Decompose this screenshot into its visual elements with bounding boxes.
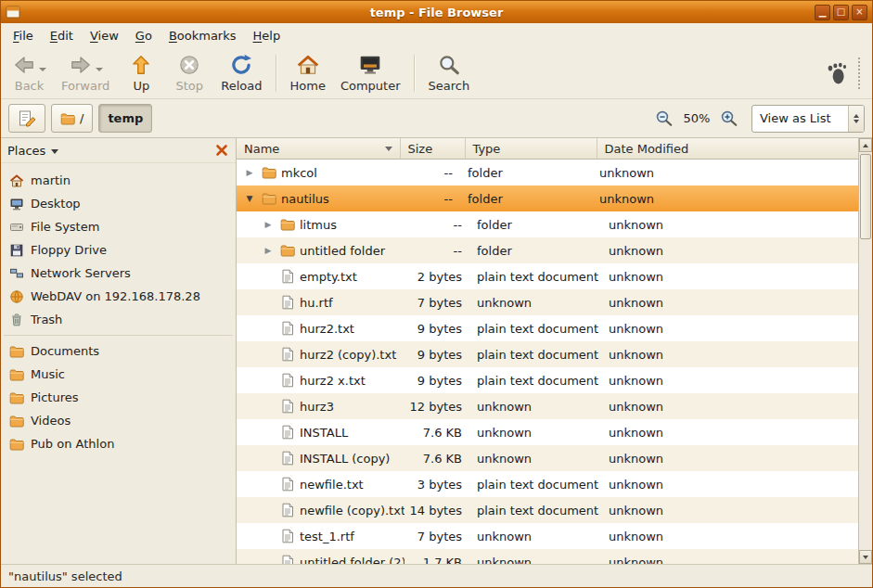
expander-closed-icon[interactable]: ▶ (242, 169, 257, 177)
file-type: folder (469, 244, 601, 258)
scrollbar-track[interactable] (859, 152, 872, 550)
menu-edit[interactable]: Edit (42, 25, 82, 46)
sidebar-close-button[interactable] (214, 143, 229, 158)
file-row-untitled-folder[interactable]: ▶untitled folder--folderunknown (237, 237, 858, 263)
menu-go[interactable]: Go (127, 25, 160, 46)
file-row-hurz2-x-txt[interactable]: hurz2 x.txt9 bytesplain text documentunk… (237, 367, 858, 393)
sidebar-item-label: martin (31, 173, 71, 187)
expander-closed-icon[interactable]: ▶ (261, 221, 276, 229)
toolbar-grip[interactable] (858, 58, 863, 89)
file-row-untitled-folder-2[interactable]: untitled folder (2)1.7 KBunknownunknown (237, 549, 858, 564)
file-type: plain text document (469, 478, 601, 492)
sidebar-item-trash[interactable]: Trash (1, 308, 236, 331)
folder-icon (280, 243, 295, 258)
file-row-nautilus[interactable]: ▼nautilus--folderunknown (237, 185, 858, 211)
zoom-in-button[interactable] (720, 109, 738, 128)
sidebar-item-label: Music (31, 367, 65, 381)
scroll-down-button[interactable] (859, 550, 872, 564)
forward-icon (69, 53, 93, 77)
sidebar-item-network-servers[interactable]: Network Servers (1, 262, 236, 285)
sidebar-item-label: Videos (31, 414, 71, 428)
expander-closed-icon[interactable]: ▶ (261, 247, 276, 255)
folder-icon (9, 437, 24, 452)
zoom-controls: 50% (655, 109, 738, 128)
sidebar-item-file-system[interactable]: File System (1, 215, 236, 238)
menu-help[interactable]: Help (245, 25, 289, 46)
up-button[interactable]: Up (117, 50, 165, 96)
scroll-up-button[interactable] (859, 138, 872, 152)
computer-button[interactable]: Computer (333, 50, 408, 96)
sidebar-item-desktop[interactable]: Desktop (1, 192, 236, 215)
path-button-root[interactable]: / (51, 104, 93, 133)
sidebar-item-documents[interactable]: Documents (1, 339, 236, 363)
sidebar-view-selector[interactable]: Places (7, 144, 58, 158)
menu-view[interactable]: View (82, 25, 127, 46)
location-bar: / temp 50% View as List (1, 99, 872, 138)
view-mode-combo[interactable]: View as List (751, 105, 865, 133)
file-row-hurz3[interactable]: hurz312 bytesunknownunknown (237, 393, 858, 419)
column-header-name[interactable]: Name (237, 138, 401, 160)
column-header-type[interactable]: Type (466, 138, 597, 160)
file-size: 12 bytes (404, 400, 469, 414)
close-button[interactable]: × (852, 5, 867, 20)
file-type: unknown (469, 426, 601, 440)
file-row-litmus[interactable]: ▶litmus--folderunknown (237, 211, 858, 237)
file-row-hurz2-copy-txt[interactable]: hurz2 (copy).txt9 bytesplain text docume… (237, 341, 858, 367)
sidebar-item-floppy-drive[interactable]: Floppy Drive (1, 238, 236, 262)
file-row-empty-txt[interactable]: empty.txt2 bytesplain text documentunkno… (237, 263, 858, 289)
folder-icon (60, 111, 75, 126)
file-type: plain text document (469, 374, 601, 388)
file-row-hu-rtf[interactable]: hu.rtf7 bytesunknownunknown (237, 289, 858, 315)
search-button[interactable]: Search (421, 50, 478, 96)
forward-button[interactable]: Forward (54, 50, 117, 96)
file-row-test-1-rtf[interactable]: test_1.rtf7 bytesunknownunknown (237, 523, 858, 549)
minimize-button[interactable]: ▁ (815, 5, 830, 20)
stop-button[interactable]: Stop (165, 50, 213, 96)
sidebar-item-pub-on-athlon[interactable]: Pub on Athlon (1, 432, 236, 455)
path-button-current[interactable]: temp (98, 104, 152, 133)
toggle-location-entry-button[interactable] (8, 104, 45, 133)
menu-bookmarks[interactable]: Bookmarks (160, 25, 245, 46)
sidebar-item-martin[interactable]: martin (1, 169, 236, 192)
file-name: hurz2 (copy).txt (300, 348, 396, 362)
file-row-newfile-txt[interactable]: newfile.txt3 bytesplain text documentunk… (237, 471, 858, 497)
text-icon (280, 399, 295, 414)
computer-icon (358, 53, 382, 77)
file-row-hurz2-txt[interactable]: hurz2.txt9 bytesplain text documentunkno… (237, 315, 858, 341)
stop-icon (177, 53, 201, 77)
file-row-install-copy[interactable]: INSTALL (copy)7.6 KBunknownunknown (237, 445, 858, 471)
file-row-newfile-copy-txt[interactable]: newfile (copy).txt14 bytesplain text doc… (237, 497, 858, 523)
column-header-size[interactable]: Size (401, 138, 466, 160)
name-column-dropdown-icon[interactable] (385, 147, 392, 151)
home-button[interactable]: Home (283, 50, 333, 96)
file-modified: unknown (601, 530, 858, 543)
sidebar-item-pictures[interactable]: Pictures (1, 386, 236, 409)
sidebar-item-music[interactable]: Music (1, 363, 236, 386)
dropdown-caret-icon[interactable] (39, 68, 46, 71)
combo-arrows-icon[interactable] (848, 106, 864, 132)
maximize-button[interactable]: □ (833, 5, 849, 20)
menu-file[interactable]: File (5, 25, 42, 46)
sidebar-item-videos[interactable]: Videos (1, 409, 236, 432)
column-header-date-modified[interactable]: Date Modified (597, 138, 859, 160)
file-type: plain text document (469, 270, 601, 284)
reload-button[interactable]: Reload (213, 50, 269, 96)
window-icon (6, 5, 20, 19)
file-row-mkcol[interactable]: ▶mkcol--folderunknown (237, 160, 858, 185)
dropdown-caret-icon[interactable] (96, 68, 103, 71)
text-icon (280, 269, 295, 284)
vertical-scrollbar[interactable] (858, 138, 872, 564)
sidebar-list: martinDesktopFile SystemFloppy DriveNetw… (1, 163, 236, 455)
expander-open-icon[interactable]: ▼ (242, 195, 257, 203)
folder-icon (9, 344, 24, 359)
back-button[interactable]: Back (5, 50, 54, 96)
scrollbar-thumb[interactable] (860, 154, 871, 239)
folder-icon (9, 390, 24, 405)
titlebar[interactable]: temp - File Browser ▁□× (1, 1, 872, 23)
toolbar-button-label: Stop (176, 79, 204, 93)
file-row-install[interactable]: INSTALL7.6 KBunknownunknown (237, 419, 858, 445)
zoom-out-button[interactable] (655, 109, 674, 128)
sidebar-header: Places (1, 138, 236, 163)
sidebar-item-webdav-on-192-168-178-28[interactable]: WebDAV on 192.168.178.28 (1, 285, 236, 308)
toolbar-button-label: Search (429, 79, 470, 93)
